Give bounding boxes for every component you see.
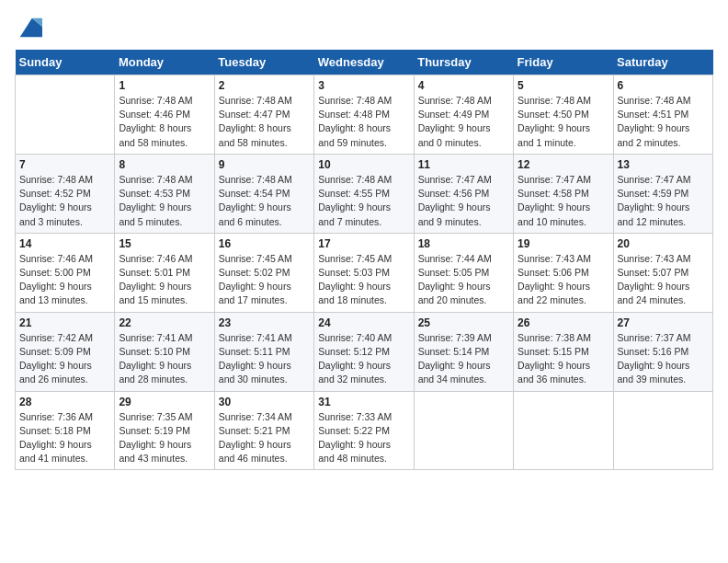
day-number: 19 — [518, 237, 609, 250]
day-number: 11 — [418, 158, 509, 171]
day-info: Sunrise: 7:46 AM Sunset: 5:01 PM Dayligh… — [119, 252, 210, 308]
day-info: Sunrise: 7:45 AM Sunset: 5:02 PM Dayligh… — [219, 252, 310, 308]
day-info: Sunrise: 7:48 AM Sunset: 4:50 PM Dayligh… — [518, 94, 609, 150]
calendar-header-sunday: Sunday — [16, 50, 115, 75]
calendar-header-wednesday: Wednesday — [314, 50, 414, 75]
calendar-cell: 26Sunrise: 7:38 AM Sunset: 5:15 PM Dayli… — [514, 312, 613, 391]
day-number: 6 — [618, 79, 709, 92]
day-info: Sunrise: 7:48 AM Sunset: 4:47 PM Dayligh… — [219, 94, 310, 150]
calendar-cell: 22Sunrise: 7:41 AM Sunset: 5:10 PM Dayli… — [115, 312, 214, 391]
calendar-cell: 4Sunrise: 7:48 AM Sunset: 4:49 PM Daylig… — [414, 75, 513, 155]
day-number: 15 — [119, 237, 210, 250]
day-info: Sunrise: 7:36 AM Sunset: 5:18 PM Dayligh… — [19, 410, 110, 466]
calendar-cell: 28Sunrise: 7:36 AM Sunset: 5:18 PM Dayli… — [16, 391, 115, 470]
calendar-cell: 23Sunrise: 7:41 AM Sunset: 5:11 PM Dayli… — [214, 312, 313, 391]
calendar-cell: 11Sunrise: 7:47 AM Sunset: 4:56 PM Dayli… — [414, 154, 513, 233]
calendar-cell — [16, 75, 115, 155]
calendar-cell: 2Sunrise: 7:48 AM Sunset: 4:47 PM Daylig… — [214, 75, 313, 155]
day-info: Sunrise: 7:43 AM Sunset: 5:07 PM Dayligh… — [618, 252, 709, 308]
calendar-cell: 7Sunrise: 7:48 AM Sunset: 4:52 PM Daylig… — [16, 154, 115, 233]
calendar-header-monday: Monday — [115, 50, 214, 75]
day-info: Sunrise: 7:46 AM Sunset: 5:00 PM Dayligh… — [19, 252, 110, 308]
day-info: Sunrise: 7:48 AM Sunset: 4:51 PM Dayligh… — [618, 94, 709, 150]
calendar-cell: 30Sunrise: 7:34 AM Sunset: 5:21 PM Dayli… — [214, 391, 313, 470]
day-info: Sunrise: 7:41 AM Sunset: 5:11 PM Dayligh… — [219, 331, 310, 387]
day-number: 31 — [318, 396, 409, 408]
calendar-cell — [514, 391, 613, 470]
day-number: 1 — [119, 79, 210, 92]
day-info: Sunrise: 7:47 AM Sunset: 4:56 PM Dayligh… — [418, 173, 509, 229]
calendar-cell: 17Sunrise: 7:45 AM Sunset: 5:03 PM Dayli… — [314, 233, 414, 312]
calendar-cell: 14Sunrise: 7:46 AM Sunset: 5:00 PM Dayli… — [16, 233, 115, 312]
day-info: Sunrise: 7:48 AM Sunset: 4:55 PM Dayligh… — [318, 173, 409, 229]
calendar-header-saturday: Saturday — [613, 50, 712, 75]
calendar-cell: 10Sunrise: 7:48 AM Sunset: 4:55 PM Dayli… — [314, 154, 414, 233]
day-info: Sunrise: 7:42 AM Sunset: 5:09 PM Dayligh… — [19, 331, 110, 387]
day-info: Sunrise: 7:35 AM Sunset: 5:19 PM Dayligh… — [119, 410, 210, 466]
day-number: 16 — [219, 237, 310, 250]
day-info: Sunrise: 7:48 AM Sunset: 4:54 PM Dayligh… — [219, 173, 310, 229]
calendar-cell: 8Sunrise: 7:48 AM Sunset: 4:53 PM Daylig… — [115, 154, 214, 233]
page-header — [15, 15, 713, 40]
day-info: Sunrise: 7:33 AM Sunset: 5:22 PM Dayligh… — [318, 410, 409, 466]
calendar-cell — [613, 391, 712, 470]
calendar-header-row: SundayMondayTuesdayWednesdayThursdayFrid… — [16, 50, 713, 75]
calendar-week-row: 28Sunrise: 7:36 AM Sunset: 5:18 PM Dayli… — [16, 391, 713, 470]
logo — [15, 15, 42, 40]
day-number: 27 — [618, 316, 709, 329]
day-info: Sunrise: 7:43 AM Sunset: 5:06 PM Dayligh… — [518, 252, 609, 308]
day-info: Sunrise: 7:41 AM Sunset: 5:10 PM Dayligh… — [119, 331, 210, 387]
calendar-cell: 5Sunrise: 7:48 AM Sunset: 4:50 PM Daylig… — [514, 75, 613, 155]
day-number: 7 — [19, 158, 110, 171]
day-number: 3 — [318, 79, 409, 92]
day-number: 4 — [418, 79, 509, 92]
day-info: Sunrise: 7:45 AM Sunset: 5:03 PM Dayligh… — [318, 252, 409, 308]
day-number: 26 — [518, 316, 609, 329]
day-info: Sunrise: 7:48 AM Sunset: 4:48 PM Dayligh… — [318, 94, 409, 150]
day-info: Sunrise: 7:48 AM Sunset: 4:52 PM Dayligh… — [19, 173, 110, 229]
day-number: 2 — [219, 79, 310, 92]
calendar-cell — [414, 391, 513, 470]
day-info: Sunrise: 7:34 AM Sunset: 5:21 PM Dayligh… — [219, 410, 310, 466]
calendar-cell: 3Sunrise: 7:48 AM Sunset: 4:48 PM Daylig… — [314, 75, 414, 155]
calendar-table: SundayMondayTuesdayWednesdayThursdayFrid… — [15, 50, 713, 470]
calendar-cell: 21Sunrise: 7:42 AM Sunset: 5:09 PM Dayli… — [16, 312, 115, 391]
calendar-cell: 31Sunrise: 7:33 AM Sunset: 5:22 PM Dayli… — [314, 391, 414, 470]
calendar-header-thursday: Thursday — [414, 50, 513, 75]
calendar-cell: 1Sunrise: 7:48 AM Sunset: 4:46 PM Daylig… — [115, 75, 214, 155]
calendar-header-friday: Friday — [514, 50, 613, 75]
day-number: 20 — [618, 237, 709, 250]
calendar-week-row: 1Sunrise: 7:48 AM Sunset: 4:46 PM Daylig… — [16, 75, 713, 155]
day-number: 9 — [219, 158, 310, 171]
day-number: 24 — [318, 316, 409, 329]
day-info: Sunrise: 7:47 AM Sunset: 4:59 PM Dayligh… — [618, 173, 709, 229]
day-info: Sunrise: 7:38 AM Sunset: 5:15 PM Dayligh… — [518, 331, 609, 387]
day-info: Sunrise: 7:44 AM Sunset: 5:05 PM Dayligh… — [418, 252, 509, 308]
calendar-cell: 16Sunrise: 7:45 AM Sunset: 5:02 PM Dayli… — [214, 233, 313, 312]
day-number: 13 — [618, 158, 709, 171]
day-number: 23 — [219, 316, 310, 329]
calendar-cell: 13Sunrise: 7:47 AM Sunset: 4:59 PM Dayli… — [613, 154, 712, 233]
logo-icon — [17, 15, 42, 40]
calendar-week-row: 21Sunrise: 7:42 AM Sunset: 5:09 PM Dayli… — [16, 312, 713, 391]
day-number: 14 — [19, 237, 110, 250]
day-info: Sunrise: 7:39 AM Sunset: 5:14 PM Dayligh… — [418, 331, 509, 387]
calendar-cell: 20Sunrise: 7:43 AM Sunset: 5:07 PM Dayli… — [613, 233, 712, 312]
day-number: 17 — [318, 237, 409, 250]
day-number: 12 — [518, 158, 609, 171]
day-info: Sunrise: 7:37 AM Sunset: 5:16 PM Dayligh… — [618, 331, 709, 387]
day-number: 28 — [19, 396, 110, 408]
day-number: 29 — [119, 396, 210, 408]
day-number: 25 — [418, 316, 509, 329]
day-number: 5 — [518, 79, 609, 92]
day-number: 10 — [318, 158, 409, 171]
day-number: 8 — [119, 158, 210, 171]
calendar-cell: 18Sunrise: 7:44 AM Sunset: 5:05 PM Dayli… — [414, 233, 513, 312]
calendar-cell: 27Sunrise: 7:37 AM Sunset: 5:16 PM Dayli… — [613, 312, 712, 391]
calendar-cell: 9Sunrise: 7:48 AM Sunset: 4:54 PM Daylig… — [214, 154, 313, 233]
calendar-cell: 25Sunrise: 7:39 AM Sunset: 5:14 PM Dayli… — [414, 312, 513, 391]
day-info: Sunrise: 7:47 AM Sunset: 4:58 PM Dayligh… — [518, 173, 609, 229]
day-info: Sunrise: 7:40 AM Sunset: 5:12 PM Dayligh… — [318, 331, 409, 387]
day-info: Sunrise: 7:48 AM Sunset: 4:53 PM Dayligh… — [119, 173, 210, 229]
calendar-week-row: 7Sunrise: 7:48 AM Sunset: 4:52 PM Daylig… — [16, 154, 713, 233]
